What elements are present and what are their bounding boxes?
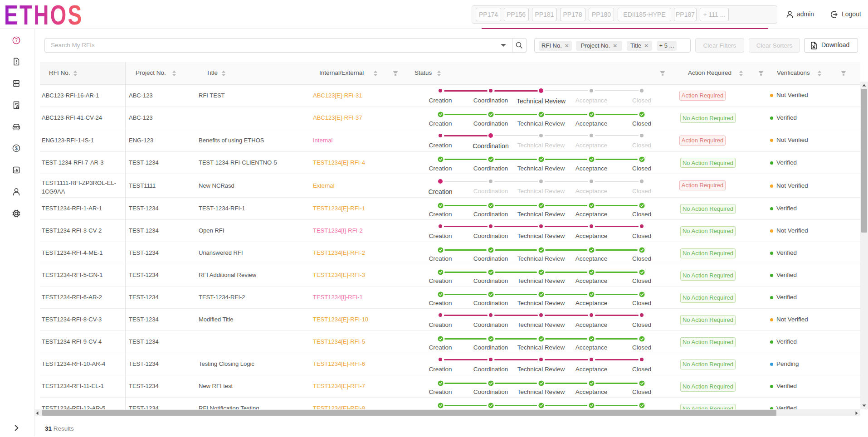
svg-text:?: ? <box>15 38 18 43</box>
